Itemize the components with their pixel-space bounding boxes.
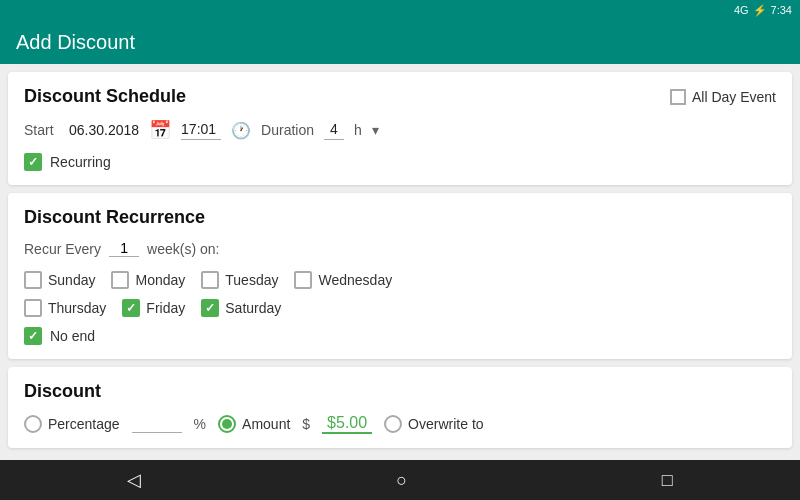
percentage-input[interactable] [132,416,182,433]
schedule-top-row: Discount Schedule All Day Event [24,86,776,107]
status-icons: 4G ⚡ 7:34 [734,4,792,17]
discount-card: Discount Percentage % Amount $ Overwrite… [8,367,792,448]
amount-input[interactable] [322,414,372,434]
discount-title: Discount [24,381,776,402]
tuesday-label: Tuesday [225,272,278,288]
battery-icon: ⚡ [753,4,767,17]
recur-row: Recur Every week(s) on: [24,240,776,257]
recurrence-card: Discount Recurrence Recur Every week(s) … [8,193,792,359]
nav-bar: ◁ ○ □ [0,460,800,500]
schedule-row: Start 06.30.2018 📅 17:01 🕐 Duration 4 h … [24,119,776,141]
saturday-checkbox[interactable] [201,299,219,317]
day-tuesday[interactable]: Tuesday [201,271,278,289]
friday-checkbox[interactable] [122,299,140,317]
duration-label: Duration [261,122,314,138]
discount-row: Percentage % Amount $ Overwrite to [24,414,776,434]
percentage-radio-container[interactable]: Percentage [24,415,120,433]
time-display: 7:34 [771,4,792,16]
main-content: Discount Schedule All Day Event Start 06… [0,64,800,460]
recurring-checkbox-container[interactable]: Recurring [24,153,776,171]
start-label: Start [24,122,59,138]
overwrite-radio-container[interactable]: Overwrite to [384,415,483,433]
monday-label: Monday [135,272,185,288]
all-day-checkbox[interactable] [670,89,686,105]
recurrence-title: Discount Recurrence [24,207,776,228]
page-title: Add Discount [16,31,135,54]
start-date: 06.30.2018 [69,122,139,138]
days-row-1: Sunday Monday Tuesday Wednesday [24,271,776,289]
tuesday-checkbox[interactable] [201,271,219,289]
currency-symbol: $ [302,416,310,432]
thursday-checkbox[interactable] [24,299,42,317]
overwrite-label: Overwrite to [408,416,483,432]
all-day-label: All Day Event [692,89,776,105]
thursday-label: Thursday [48,300,106,316]
recur-every-input[interactable] [109,240,139,257]
week-label: week(s) on: [147,241,219,257]
percentage-radio[interactable] [24,415,42,433]
no-end-checkbox[interactable] [24,327,42,345]
calendar-icon[interactable]: 📅 [149,119,171,141]
day-sunday[interactable]: Sunday [24,271,95,289]
sunday-label: Sunday [48,272,95,288]
amount-radio-container[interactable]: Amount [218,415,290,433]
day-monday[interactable]: Monday [111,271,185,289]
no-end-label: No end [50,328,95,344]
day-saturday[interactable]: Saturday [201,299,281,317]
wednesday-label: Wednesday [318,272,392,288]
duration-dropdown-icon[interactable]: ▾ [372,122,379,138]
day-thursday[interactable]: Thursday [24,299,106,317]
all-day-row: All Day Event [670,89,776,105]
duration-unit: h [354,122,362,138]
clock-icon: 🕐 [231,121,251,140]
signal-indicator: 4G [734,4,749,16]
friday-label: Friday [146,300,185,316]
sunday-checkbox[interactable] [24,271,42,289]
amount-radio[interactable] [218,415,236,433]
wednesday-checkbox[interactable] [294,271,312,289]
percentage-label: Percentage [48,416,120,432]
saturday-label: Saturday [225,300,281,316]
overwrite-radio[interactable] [384,415,402,433]
day-friday[interactable]: Friday [122,299,185,317]
schedule-card: Discount Schedule All Day Event Start 06… [8,72,792,185]
schedule-title: Discount Schedule [24,86,186,107]
title-bar: Add Discount [0,20,800,64]
recur-every-label: Recur Every [24,241,101,257]
back-button[interactable]: ◁ [127,469,141,491]
day-wednesday[interactable]: Wednesday [294,271,392,289]
days-row-2: Thursday Friday Saturday [24,299,776,317]
home-button[interactable]: ○ [396,470,407,491]
percent-symbol: % [194,416,206,432]
no-end-container[interactable]: No end [24,327,776,345]
amount-label: Amount [242,416,290,432]
recents-button[interactable]: □ [662,470,673,491]
status-bar: 4G ⚡ 7:34 [0,0,800,20]
monday-checkbox[interactable] [111,271,129,289]
duration-value[interactable]: 4 [324,121,344,140]
start-time[interactable]: 17:01 [181,121,221,140]
recurring-checkbox[interactable] [24,153,42,171]
recurring-label: Recurring [50,154,111,170]
